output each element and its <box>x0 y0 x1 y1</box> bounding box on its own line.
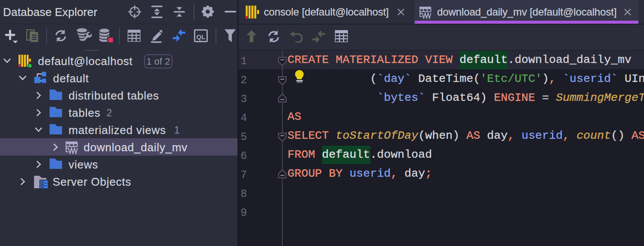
svg-text:QL: QL <box>197 33 206 40</box>
